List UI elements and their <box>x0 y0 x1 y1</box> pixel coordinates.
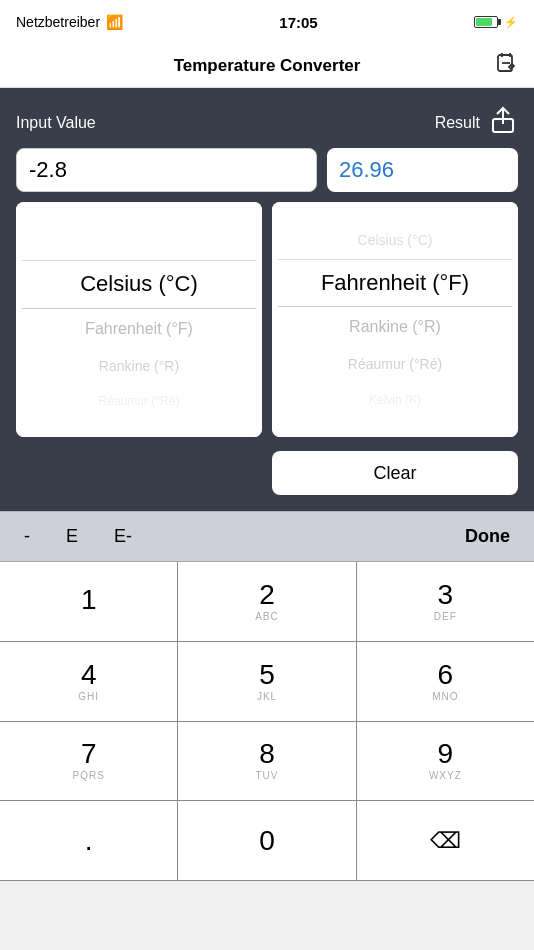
key-dot[interactable]: . <box>0 801 177 880</box>
picker-item: Rankine (°R) <box>22 348 256 385</box>
picker-item: Celsius (°C) <box>278 222 512 259</box>
pickers-row: Celsius (°C) Fahrenheit (°F) Rankine (°R… <box>16 202 518 437</box>
status-bar: Netzbetreiber 📶 17:05 ⚡ <box>0 0 534 44</box>
fields-row: 26.96 <box>16 148 518 192</box>
toolbar-e-minus-button[interactable]: E- <box>98 518 148 555</box>
picker-item: Fahrenheit (°F) <box>22 309 256 348</box>
picker-selected-item: Fahrenheit (°F) <box>278 259 512 307</box>
key-6[interactable]: 6 MNO <box>357 642 534 721</box>
key-label: 5 <box>259 661 275 689</box>
key-5[interactable]: 5 JKL <box>178 642 355 721</box>
edit-button[interactable] <box>494 51 518 80</box>
key-delete[interactable]: ⌫ <box>357 801 534 880</box>
key-8[interactable]: 8 TUV <box>178 722 355 801</box>
key-sub: MNO <box>432 691 458 702</box>
key-0[interactable]: 0 <box>178 801 355 880</box>
battery-icon <box>474 16 498 28</box>
clear-button[interactable]: Clear <box>272 451 518 495</box>
toolbar-left: - E E- <box>8 518 148 555</box>
key-sub: ABC <box>255 611 279 622</box>
delete-icon: ⌫ <box>430 828 461 854</box>
key-sub: TUV <box>255 770 278 781</box>
key-sub: PQRS <box>72 770 104 781</box>
share-icon <box>490 106 516 140</box>
key-label: 2 <box>259 581 275 609</box>
toolbar-minus-button[interactable]: - <box>8 518 46 555</box>
key-sub: JKL <box>257 691 277 702</box>
picker-item: Rankine (°R) <box>278 307 512 346</box>
key-sub: GHI <box>78 691 99 702</box>
numpad: 1 2 ABC 3 DEF 4 GHI 5 JKL 6 MNO 7 PQRS <box>0 561 534 881</box>
key-label: 0 <box>259 827 275 855</box>
status-time: 17:05 <box>279 14 317 31</box>
charging-icon: ⚡ <box>504 16 518 29</box>
nav-bar: Temperature Converter <box>0 44 534 88</box>
key-4[interactable]: 4 GHI <box>0 642 177 721</box>
key-label: 7 <box>81 740 97 768</box>
picker-item: Réaumur (°Ré) <box>22 384 256 418</box>
picker-selected-item: Celsius (°C) <box>22 260 256 308</box>
left-picker[interactable]: Celsius (°C) Fahrenheit (°F) Rankine (°R… <box>16 202 262 437</box>
carrier-text: Netzbetreiber <box>16 14 100 30</box>
key-1[interactable]: 1 <box>0 562 177 641</box>
key-label: 4 <box>81 661 97 689</box>
key-label: 1 <box>81 586 97 614</box>
wifi-icon: 📶 <box>106 14 123 30</box>
clear-row: Clear <box>16 447 518 495</box>
input-value-label: Input Value <box>16 114 96 132</box>
result-wrap: Result <box>435 108 518 138</box>
status-left: Netzbetreiber 📶 <box>16 14 123 30</box>
key-7[interactable]: 7 PQRS <box>0 722 177 801</box>
key-label: 8 <box>259 740 275 768</box>
picker-right-items: Celsius (°C) Fahrenheit (°F) Rankine (°R… <box>272 202 518 437</box>
picker-item <box>22 240 256 260</box>
labels-row: Input Value Result <box>16 108 518 138</box>
result-value: 26.96 <box>327 148 518 192</box>
toolbar-done-button[interactable]: Done <box>449 518 526 555</box>
key-label: 3 <box>438 581 454 609</box>
key-label: 6 <box>438 661 454 689</box>
result-label: Result <box>435 114 480 132</box>
keyboard-toolbar: - E E- Done <box>0 511 534 561</box>
nav-title: Temperature Converter <box>174 56 361 76</box>
picker-left-items: Celsius (°C) Fahrenheit (°F) Rankine (°R… <box>16 202 262 437</box>
key-sub: DEF <box>434 611 457 622</box>
keyboard-area: - E E- Done 1 2 ABC 3 DEF 4 GHI 5 JKL <box>0 511 534 881</box>
status-right: ⚡ <box>474 16 518 29</box>
key-3[interactable]: 3 DEF <box>357 562 534 641</box>
key-2[interactable]: 2 ABC <box>178 562 355 641</box>
key-sub: WXYZ <box>429 770 462 781</box>
picker-item <box>22 220 256 240</box>
result-number: 26.96 <box>339 157 394 183</box>
right-picker[interactable]: Celsius (°C) Fahrenheit (°F) Rankine (°R… <box>272 202 518 437</box>
input-field[interactable] <box>16 148 317 192</box>
key-label: . <box>85 827 93 855</box>
main-content: Input Value Result 26.96 <box>0 88 534 511</box>
toolbar-e-button[interactable]: E <box>50 518 94 555</box>
key-label: 9 <box>438 740 454 768</box>
share-button[interactable] <box>488 108 518 138</box>
picker-item: Réaumur (°Ré) <box>278 346 512 383</box>
picker-item: Kelvin (K) <box>278 383 512 417</box>
spacer <box>16 447 262 495</box>
key-9[interactable]: 9 WXYZ <box>357 722 534 801</box>
